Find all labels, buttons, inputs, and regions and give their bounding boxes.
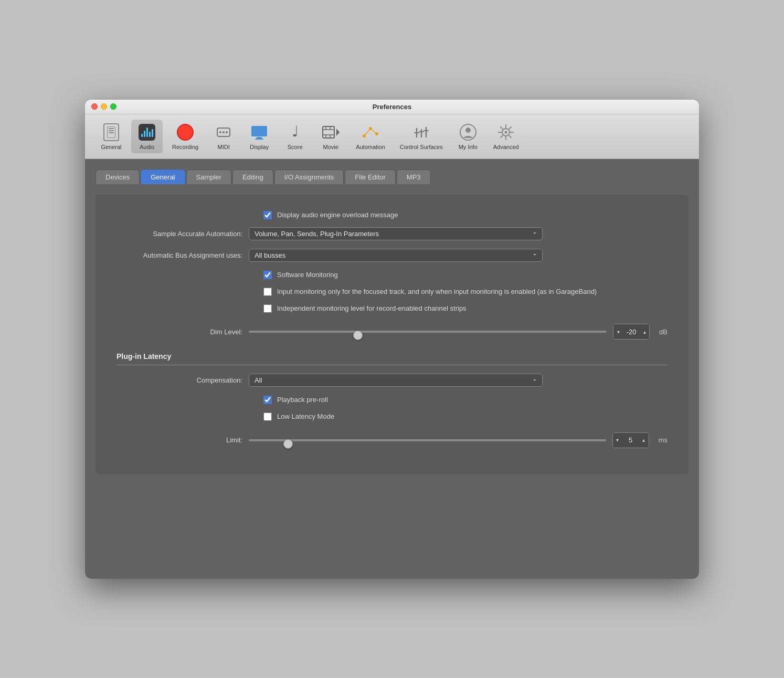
close-button[interactable] <box>91 103 98 110</box>
automation-icon <box>361 123 380 142</box>
toolbar-midi-label: MIDI <box>218 144 230 150</box>
svg-point-1 <box>219 131 221 133</box>
tab-bar: Devices General Sampler Editing I/O Assi… <box>96 169 688 184</box>
svg-point-2 <box>223 131 225 133</box>
software-monitoring-row: Software Monitoring <box>116 270 668 280</box>
auto-bus-select[interactable]: All busses Only free busses <box>249 249 543 262</box>
svg-rect-8 <box>323 126 334 138</box>
limit-row: Limit: ▾ 5 ▴ ms <box>116 432 668 448</box>
tab-io-assignments[interactable]: I/O Assignments <box>274 169 344 184</box>
auto-bus-row: Automatic Bus Assignment uses: All busse… <box>116 249 668 262</box>
toolbar-control-surfaces-label: Control Surfaces <box>400 144 443 150</box>
tab-sampler[interactable]: Sampler <box>186 169 231 184</box>
toolbar-recording-label: Recording <box>172 144 198 150</box>
svg-point-28 <box>505 131 507 133</box>
toolbar-item-control-surfaces[interactable]: Control Surfaces <box>395 120 448 153</box>
compensation-row: Compensation: All Audio Tracks Only Off <box>116 374 668 387</box>
plugin-latency-section: Plug-in Latency <box>116 352 668 365</box>
limit-label: Limit: <box>116 436 242 444</box>
movie-icon <box>321 123 340 142</box>
playback-preroll-checkbox[interactable] <box>263 396 272 404</box>
compensation-select[interactable]: All Audio Tracks Only Off <box>249 374 543 387</box>
title-bar: Preferences <box>85 100 699 114</box>
sample-accurate-label: Sample Accurate Automation: <box>116 230 242 238</box>
dim-level-decrease-button[interactable]: ▾ <box>613 324 623 339</box>
toolbar-item-general[interactable]: General <box>96 120 127 153</box>
software-monitoring-label: Software Monitoring <box>277 270 338 280</box>
score-icon: ♩ <box>285 123 304 142</box>
limit-slider[interactable] <box>249 439 606 441</box>
tab-file-editor[interactable]: File Editor <box>345 169 396 184</box>
svg-line-35 <box>510 127 512 129</box>
tab-mp3[interactable]: MP3 <box>397 169 431 184</box>
dim-level-slider[interactable] <box>249 331 607 333</box>
tab-editing[interactable]: Editing <box>232 169 273 184</box>
limit-unit: ms <box>659 436 668 444</box>
window-title: Preferences <box>373 103 411 111</box>
display-icon <box>250 123 269 142</box>
display-overload-label: Display audio engine overload message <box>277 210 398 220</box>
low-latency-label: Low Latency Mode <box>277 412 334 421</box>
toolbar-item-audio[interactable]: Audio <box>131 120 163 153</box>
general-panel: Display audio engine overload message Sa… <box>96 195 688 474</box>
software-monitoring-checkbox[interactable] <box>263 271 272 279</box>
toolbar-item-recording[interactable]: Recording <box>167 120 204 153</box>
plugin-latency-title: Plug-in Latency <box>116 352 668 361</box>
toolbar: General Audio Recording <box>85 114 699 159</box>
midi-icon <box>214 123 233 142</box>
playback-preroll-row: Playback pre-roll <box>116 395 668 405</box>
compensation-label: Compensation: <box>116 376 242 384</box>
dim-level-label: Dim Level: <box>116 328 242 336</box>
toolbar-item-score[interactable]: ♩ Score <box>279 120 311 153</box>
toolbar-score-label: Score <box>288 144 303 150</box>
limit-slider-wrapper <box>249 439 606 441</box>
dim-level-value-control: ▾ -20 ▴ <box>613 324 650 340</box>
sample-accurate-select[interactable]: Volume, Pan, Sends, Plug-In Parameters V… <box>249 227 543 240</box>
toolbar-display-label: Display <box>250 144 269 150</box>
svg-rect-4 <box>251 126 267 136</box>
independent-monitoring-row: Independent monitoring level for record-… <box>116 304 668 313</box>
svg-point-3 <box>226 131 228 133</box>
toolbar-movie-label: Movie <box>323 144 338 150</box>
minimize-button[interactable] <box>101 103 107 110</box>
dim-level-value: -20 <box>623 328 640 336</box>
toolbar-item-advanced[interactable]: Advanced <box>488 120 524 153</box>
limit-decrease-button[interactable]: ▾ <box>613 433 622 448</box>
dim-level-increase-button[interactable]: ▴ <box>640 324 649 339</box>
independent-monitoring-checkbox[interactable] <box>263 304 272 313</box>
content-area: Devices General Sampler Editing I/O Assi… <box>85 159 699 579</box>
toolbar-automation-label: Automation <box>356 144 385 150</box>
audio-icon <box>137 123 156 142</box>
dim-level-row: Dim Level: ▾ -20 ▴ dB <box>116 324 668 340</box>
input-monitoring-checkbox[interactable] <box>263 288 272 296</box>
auto-bus-label: Automatic Bus Assignment uses: <box>116 251 242 259</box>
dim-level-unit: dB <box>659 328 668 336</box>
display-overload-row: Display audio engine overload message <box>116 210 668 220</box>
toolbar-item-automation[interactable]: Automation <box>351 120 390 153</box>
limit-increase-button[interactable]: ▴ <box>639 433 649 448</box>
svg-line-33 <box>501 127 503 129</box>
preferences-window: Preferences General <box>85 100 699 579</box>
svg-marker-9 <box>336 129 340 136</box>
maximize-button[interactable] <box>110 103 116 110</box>
svg-line-34 <box>510 135 512 137</box>
limit-value-control: ▾ 5 ▴ <box>612 432 649 448</box>
toolbar-item-movie[interactable]: Movie <box>315 120 346 153</box>
display-overload-checkbox[interactable] <box>263 211 272 219</box>
svg-rect-6 <box>255 139 263 140</box>
toolbar-audio-label: Audio <box>140 144 154 150</box>
toolbar-general-label: General <box>101 144 121 150</box>
toolbar-item-myinfo[interactable]: My Info <box>452 120 484 153</box>
limit-value: 5 <box>622 436 639 444</box>
dim-level-slider-wrapper <box>249 331 607 333</box>
toolbar-advanced-label: Advanced <box>493 144 519 150</box>
tab-general[interactable]: General <box>141 169 185 184</box>
low-latency-checkbox[interactable] <box>263 412 272 421</box>
control-surfaces-icon <box>412 123 431 142</box>
toolbar-item-display[interactable]: Display <box>243 120 275 153</box>
myinfo-icon <box>459 123 478 142</box>
tab-devices[interactable]: Devices <box>96 169 140 184</box>
svg-line-36 <box>501 135 503 137</box>
low-latency-row: Low Latency Mode <box>116 412 668 421</box>
toolbar-item-midi[interactable]: MIDI <box>208 120 239 153</box>
